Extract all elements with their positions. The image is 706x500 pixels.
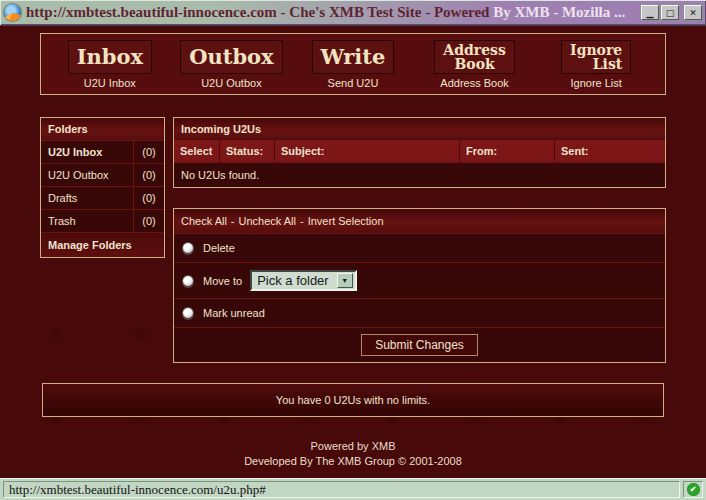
minimize-icon: ▁ [647, 8, 654, 18]
inbox-gothic-label: Inbox [68, 40, 152, 74]
incoming-u2us-panel: Incoming U2Us Select Status: Subject: Fr… [173, 117, 666, 188]
move-option-row: Move to Pick a folder ▼ [174, 262, 665, 298]
close-button[interactable]: ✕ [684, 5, 702, 20]
folder-u2u-outbox[interactable]: U2U Outbox (0) [41, 163, 164, 186]
nav-title-line2: List [593, 57, 623, 71]
nav-item-inbox[interactable]: Inbox U2U Inbox [49, 40, 171, 89]
page-viewport: Inbox U2U Inbox Outbox U2U Outbox Write … [0, 26, 706, 478]
folder-label[interactable]: U2U Inbox [41, 141, 134, 163]
empty-message: No U2Us found. [174, 162, 665, 187]
delete-label: Delete [203, 242, 235, 254]
link-separator: - [300, 215, 304, 227]
window-titlebar[interactable]: http://xmbtest.beautiful-innocence.com -… [0, 0, 706, 26]
inbox-column-headers: Select Status: Subject: From: Sent: [174, 140, 665, 162]
folder-count: (0) [134, 141, 164, 163]
select-arrow-button[interactable]: ▼ [337, 273, 353, 288]
mark-unread-label: Mark unread [203, 307, 265, 319]
copyright-line: Developed By The XMB Group © 2001-2008 [40, 454, 666, 469]
submit-row: Submit Changes [174, 327, 665, 362]
nav-title: Address [443, 43, 506, 57]
column-sent: Sent: [555, 140, 665, 162]
nav-title: Outbox [189, 46, 273, 68]
manage-folders-link[interactable]: Manage Folders [41, 232, 164, 257]
folder-label[interactable]: U2U Outbox [41, 164, 134, 186]
nav-title: Ignore [570, 43, 622, 57]
ignore-list-gothic-label: Ignore List [561, 40, 631, 74]
nav-caption: Ignore List [535, 77, 657, 89]
folder-trash[interactable]: Trash (0) [41, 209, 164, 232]
content-row: Folders U2U Inbox (0) U2U Outbox (0) Dra… [40, 117, 666, 363]
check-circle-icon: ✔ [687, 483, 700, 496]
mark-unread-option-row: Mark unread [174, 298, 665, 327]
actions-panel: Check All-Uncheck All-Invert Selection D… [173, 208, 666, 363]
folder-drafts[interactable]: Drafts (0) [41, 186, 164, 209]
u2u-limits-notice: You have 0 U2Us with no limits. [42, 383, 664, 417]
link-separator: - [231, 215, 235, 227]
uncheck-all-link[interactable]: Uncheck All [239, 215, 296, 227]
u2u-navbar: Inbox U2U Inbox Outbox U2U Outbox Write … [40, 33, 666, 95]
window-title-right: By XMB - Mozilla ... [493, 4, 625, 20]
folders-header: Folders [41, 118, 164, 140]
column-subject: Subject: [275, 140, 460, 162]
column-select: Select [174, 140, 220, 162]
incoming-u2us-title: Incoming U2Us [174, 118, 665, 140]
invert-selection-link[interactable]: Invert Selection [308, 215, 384, 227]
firefox-icon[interactable] [4, 4, 21, 21]
status-url-text: http://xmbtest.beautiful-innocence.com/u… [3, 481, 680, 498]
delete-radio[interactable] [182, 242, 194, 254]
folder-label[interactable]: Drafts [41, 187, 134, 209]
window-title: http://xmbtest.beautiful-innocence.com -… [26, 4, 636, 21]
browser-window: http://xmbtest.beautiful-innocence.com -… [0, 0, 706, 500]
nav-caption: Send U2U [292, 77, 414, 89]
folder-label[interactable]: Trash [41, 210, 134, 232]
nav-title: Write [321, 46, 386, 68]
nav-caption: Address Book [414, 77, 536, 89]
browser-statusbar: http://xmbtest.beautiful-innocence.com/u… [0, 478, 706, 500]
main-column: Incoming U2Us Select Status: Subject: Fr… [173, 117, 666, 363]
powered-by-line: Powered by XMB [40, 439, 666, 454]
minimize-button[interactable]: ▁ [641, 5, 659, 20]
submit-changes-button[interactable]: Submit Changes [361, 334, 478, 356]
site-footer: Powered by XMB Developed By The XMB Grou… [40, 439, 666, 469]
nav-item-write[interactable]: Write Send U2U [292, 40, 414, 89]
folder-count: (0) [134, 187, 164, 209]
write-gothic-label: Write [312, 40, 395, 74]
column-from: From: [460, 140, 555, 162]
delete-option-row: Delete [174, 233, 665, 262]
nav-title: Inbox [77, 46, 143, 68]
outbox-gothic-label: Outbox [180, 40, 282, 74]
mark-unread-radio[interactable] [182, 307, 194, 319]
folder-count: (0) [134, 210, 164, 232]
folder-count: (0) [134, 164, 164, 186]
folders-panel: Folders U2U Inbox (0) U2U Outbox (0) Dra… [40, 117, 165, 258]
nav-title-line2: Book [454, 57, 494, 71]
nav-caption: U2U Outbox [171, 77, 293, 89]
close-icon: ✕ [689, 8, 697, 18]
window-controls: ▁ □ ✕ [641, 5, 702, 20]
nav-item-address-book[interactable]: Address Book Address Book [414, 40, 536, 89]
move-to-label: Move to [203, 275, 242, 287]
select-value: Pick a folder [257, 273, 337, 288]
maximize-icon: □ [666, 8, 675, 18]
status-icon-box: ✔ [683, 481, 703, 498]
move-to-folder-select[interactable]: Pick a folder ▼ [250, 270, 357, 291]
maximize-button[interactable]: □ [661, 5, 679, 20]
chevron-down-icon: ▼ [341, 277, 348, 284]
window-title-left: http://xmbtest.beautiful-innocence.com -… [26, 4, 493, 20]
nav-item-outbox[interactable]: Outbox U2U Outbox [171, 40, 293, 89]
address-book-gothic-label: Address Book [434, 40, 515, 74]
check-all-link[interactable]: Check All [181, 215, 227, 227]
folder-u2u-inbox[interactable]: U2U Inbox (0) [41, 140, 164, 163]
nav-item-ignore-list[interactable]: Ignore List Ignore List [535, 40, 657, 89]
move-to-radio[interactable] [182, 275, 194, 287]
nav-caption: U2U Inbox [49, 77, 171, 89]
selection-links-bar: Check All-Uncheck All-Invert Selection [174, 209, 665, 233]
column-status: Status: [220, 140, 275, 162]
